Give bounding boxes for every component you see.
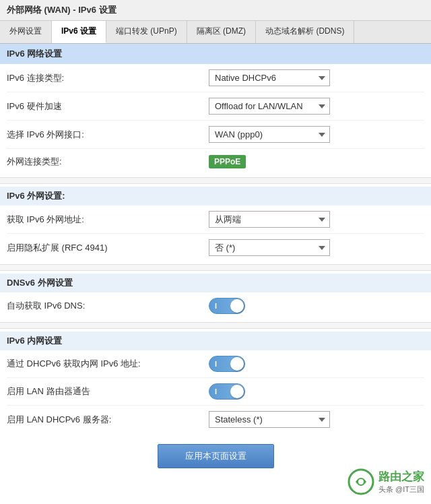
connection-type-select[interactable]: Native DHCPv6 Static IPv6 PPPoE 6to4 6in… bbox=[209, 69, 330, 86]
wan-interface-select[interactable]: WAN (ppp0) WAN2 LAN bbox=[209, 126, 330, 143]
toggle-on-label-2: I bbox=[215, 360, 217, 368]
dhcpv6-get-addr-label: 通过 DHCPv6 获取内网 IPv6 地址: bbox=[7, 358, 209, 370]
auto-get-dns-toggle[interactable]: I bbox=[209, 298, 245, 314]
dhcpv6-get-addr-control: I bbox=[209, 356, 424, 372]
connection-type-label: IPv6 连接类型: bbox=[7, 72, 209, 84]
get-ipv6-wan-addr-row: 获取 IPv6 外网地址: 从两端 从服务器 从客户端 bbox=[7, 206, 424, 234]
get-ipv6-wan-addr-label: 获取 IPv6 外网地址: bbox=[7, 214, 209, 226]
wan-settings-header: IPv6 外网设置: bbox=[0, 187, 431, 206]
pppoe-badge: PPPoE bbox=[209, 155, 246, 168]
dns-header: DNSv6 外网设置 bbox=[0, 274, 431, 292]
get-ipv6-wan-addr-control: 从两端 从服务器 从客户端 bbox=[209, 211, 424, 228]
dhcpv6-server-select[interactable]: Stateless (*) Stateful Disabled bbox=[209, 411, 330, 428]
toggle-knob-3 bbox=[230, 385, 244, 398]
toggle-on-label-3: I bbox=[215, 387, 217, 396]
divider-2 bbox=[0, 264, 431, 271]
auto-get-dns-control: I bbox=[209, 298, 424, 314]
privacy-extension-select[interactable]: 否 (*) 是 bbox=[209, 239, 330, 256]
divider-1 bbox=[0, 177, 431, 184]
wan-connection-type-label: 外网连接类型: bbox=[7, 156, 209, 168]
hw-acceleration-select[interactable]: Offload for LAN/WLAN Disabled Enabled bbox=[209, 98, 330, 115]
privacy-extension-control: 否 (*) 是 bbox=[209, 239, 424, 256]
tab-wan-settings[interactable]: 外网设置 bbox=[0, 21, 52, 43]
wan-interface-row: 选择 IPv6 外网接口: WAN (ppp0) WAN2 LAN bbox=[7, 121, 424, 149]
tab-bar: 外网设置 IPv6 设置 端口转发 (UPnP) 隔离区 (DMZ) 动态域名解… bbox=[0, 21, 431, 44]
toggle-knob bbox=[230, 299, 244, 313]
watermark-site-name: 路由之家 bbox=[378, 469, 424, 484]
dhcpv6-get-addr-row: 通过 DHCPv6 获取内网 IPv6 地址: I bbox=[7, 350, 424, 378]
watermark-logo-icon bbox=[347, 468, 374, 495]
dhcpv6-server-label: 启用 LAN DHCPv6 服务器: bbox=[7, 414, 209, 426]
lan-form: 通过 DHCPv6 获取内网 IPv6 地址: I 启用 LAN 路由器通告 bbox=[0, 350, 431, 433]
wan-interface-control: WAN (ppp0) WAN2 LAN bbox=[209, 126, 424, 143]
wan-interface-label: 选择 IPv6 外网接口: bbox=[7, 129, 209, 141]
tab-dmz[interactable]: 隔离区 (DMZ) bbox=[187, 21, 256, 43]
divider-3 bbox=[0, 322, 431, 329]
svg-point-1 bbox=[358, 479, 364, 484]
privacy-extension-label: 启用隐私扩展 (RFC 4941) bbox=[7, 242, 209, 254]
enable-lan-router-label: 启用 LAN 路由器通告 bbox=[7, 385, 209, 398]
ipv6-network-header: IPv6 网络设置 bbox=[0, 44, 431, 64]
enable-lan-router-row: 启用 LAN 路由器通告 I bbox=[7, 378, 424, 406]
hw-acceleration-label: IPv6 硬件加速 bbox=[7, 100, 209, 113]
enable-lan-router-control: I bbox=[209, 383, 424, 400]
toggle-on-label: I bbox=[215, 302, 217, 310]
dhcpv6-get-addr-toggle[interactable]: I bbox=[209, 356, 245, 372]
dhcpv6-server-row: 启用 LAN DHCPv6 服务器: Stateless (*) Statefu… bbox=[7, 406, 424, 433]
watermark-author: 头条 @IT三国 bbox=[378, 484, 424, 495]
lan-header: IPv6 内网设置 bbox=[0, 332, 431, 350]
title-text: 外部网络 (WAN) - IPv6 设置 bbox=[7, 5, 117, 15]
dns-form: 自动获取 IPv6 DNS: I bbox=[0, 292, 431, 319]
auto-get-dns-row: 自动获取 IPv6 DNS: I bbox=[7, 292, 424, 319]
enable-lan-router-toggle[interactable]: I bbox=[209, 383, 245, 400]
title-bar: 外部网络 (WAN) - IPv6 设置 bbox=[0, 0, 431, 21]
auto-get-dns-label: 自动获取 IPv6 DNS: bbox=[7, 300, 209, 312]
connection-type-row: IPv6 连接类型: Native DHCPv6 Static IPv6 PPP… bbox=[7, 64, 424, 92]
privacy-extension-row: 启用隐私扩展 (RFC 4941) 否 (*) 是 bbox=[7, 234, 424, 261]
dhcpv6-server-control: Stateless (*) Stateful Disabled bbox=[209, 411, 424, 428]
hw-acceleration-row: IPv6 硬件加速 Offload for LAN/WLAN Disabled … bbox=[7, 92, 424, 121]
tab-port-forwarding[interactable]: 端口转发 (UPnP) bbox=[106, 21, 187, 43]
connection-type-control: Native DHCPv6 Static IPv6 PPPoE 6to4 6in… bbox=[209, 69, 424, 86]
tab-ipv6-settings[interactable]: IPv6 设置 bbox=[52, 21, 106, 43]
wan-settings-form: 获取 IPv6 外网地址: 从两端 从服务器 从客户端 启用隐私扩展 (RFC … bbox=[0, 206, 431, 261]
get-ipv6-wan-addr-select[interactable]: 从两端 从服务器 从客户端 bbox=[209, 211, 330, 228]
wan-connection-type-control: PPPoE bbox=[209, 155, 424, 168]
main-form: IPv6 连接类型: Native DHCPv6 Static IPv6 PPP… bbox=[0, 64, 431, 175]
hw-acceleration-control: Offload for LAN/WLAN Disabled Enabled bbox=[209, 98, 424, 115]
apply-button[interactable]: 应用本页面设置 bbox=[158, 444, 274, 468]
wan-connection-type-row: 外网连接类型: PPPoE bbox=[7, 149, 424, 175]
toggle-knob-2 bbox=[230, 357, 244, 371]
tab-ddns[interactable]: 动态域名解析 (DDNS) bbox=[256, 21, 354, 43]
